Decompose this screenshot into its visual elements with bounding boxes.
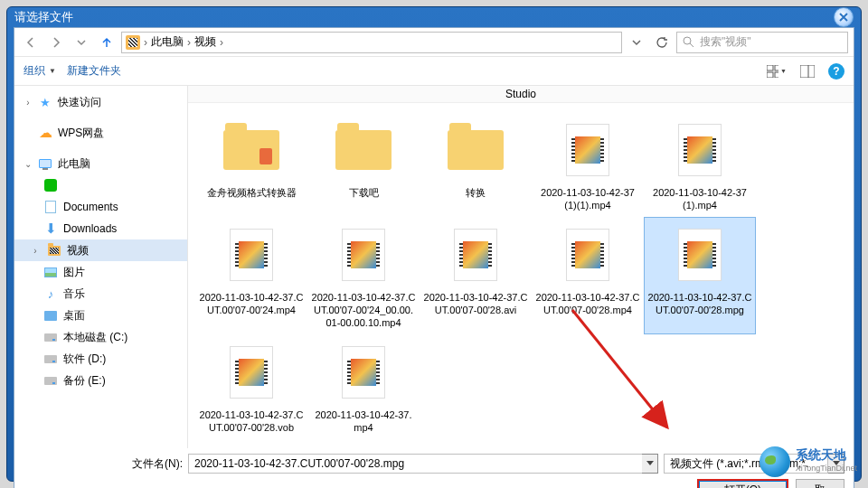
svg-rect-1 (767, 65, 773, 70)
sidebar-quick-access[interactable]: ›★快速访问 (14, 91, 187, 113)
file-label: 2020-11-03-10-42-37.CUT.00'07-00'28.mp4 (535, 291, 640, 316)
file-grid: 金舟视频格式转换器下载吧转换2020-11-03-10-42-37(1)(1).… (188, 103, 854, 448)
view-icon (767, 65, 778, 78)
search-placeholder: 搜索"视频" (700, 34, 751, 50)
forward-button[interactable] (45, 32, 67, 53)
back-button[interactable] (20, 32, 42, 53)
filetype-filter[interactable]: 视频文件 (*.avi;*.rmvb;*.rm;*. (664, 454, 828, 474)
sidebar-wechat[interactable] (14, 174, 187, 196)
preview-pane-button[interactable] (797, 61, 817, 81)
file-item[interactable]: 2020-11-03-10-42-37.CUT.00'07-00'24_00.0… (307, 217, 420, 334)
sidebar-drive-e[interactable]: 备份 (E:) (14, 370, 187, 391)
sidebar-downloads[interactable]: ⬇Downloads (14, 218, 187, 239)
sidebar-this-pc[interactable]: ⌄此电脑 (14, 153, 187, 174)
sidebar-pictures[interactable]: 图片 (14, 261, 187, 283)
file-label: 2020-11-03-10-42-37.CUT.00'07-00'28.mpg (647, 291, 752, 316)
sidebar-drive-d[interactable]: 软件 (D:) (14, 348, 187, 370)
file-item[interactable]: 2020-11-03-10-42-37(1)(1).mp4 (532, 112, 644, 217)
picture-icon (44, 267, 57, 277)
sidebar-videos[interactable]: ›视频 (14, 239, 187, 261)
breadcrumb-thispc[interactable]: 此电脑 (151, 34, 184, 50)
file-item[interactable]: 转换 (420, 112, 532, 217)
music-icon: ♪ (43, 286, 58, 301)
open-button[interactable]: 打开(O) (697, 479, 788, 488)
chevron-down-icon: ▼ (49, 67, 56, 75)
recent-dropdown[interactable] (71, 32, 92, 53)
view-options-button[interactable]: ▼ (767, 61, 787, 81)
svg-rect-3 (767, 72, 773, 78)
video-folder-icon (126, 35, 140, 50)
file-label: 金舟视频格式转换器 (207, 186, 297, 199)
filename-input[interactable] (188, 454, 642, 474)
arrow-left-icon (24, 36, 37, 49)
sidebar-wps[interactable]: ☁WPS网盘 (14, 122, 187, 144)
file-label: 2020-11-03-10-42-37.mp4 (311, 408, 416, 434)
download-icon: ⬇ (43, 221, 58, 236)
dialog-body: › 此电脑 › 视频 › 搜索"视频" 组织▼ 新建文件夹 ▼ ? ›★快速访问 (14, 27, 854, 488)
organize-button[interactable]: 组织▼ (24, 63, 56, 79)
chevron-down-icon (646, 461, 654, 466)
arrow-right-icon (50, 36, 62, 49)
drive-icon (44, 355, 57, 363)
video-file-icon (230, 346, 273, 399)
file-label: 2020-11-03-10-42-37(1)(1).mp4 (535, 186, 640, 211)
arrow-up-icon (100, 36, 113, 49)
chevron-down-icon (77, 38, 86, 47)
file-item[interactable]: 2020-11-03-10-42-37.CUT.00'07-00'24.mp4 (195, 217, 307, 334)
file-item[interactable]: 金舟视频格式转换器 (195, 112, 307, 217)
folder-icon (335, 130, 392, 170)
file-item[interactable]: 2020-11-03-10-42-37.CUT.00'07-00'28.avi (420, 217, 532, 334)
video-file-icon (566, 124, 609, 176)
breadcrumb-videos[interactable]: 视频 (194, 34, 216, 50)
search-box[interactable]: 搜索"视频" (676, 32, 848, 53)
close-icon (839, 13, 848, 22)
file-item[interactable]: 2020-11-03-10-42-37(1).mp4 (644, 112, 756, 217)
video-file-icon (342, 346, 385, 399)
svg-point-0 (684, 37, 691, 44)
file-label: 下载吧 (349, 186, 379, 199)
breadcrumb[interactable]: › 此电脑 › 视频 › (121, 32, 622, 53)
file-item[interactable]: 下载吧 (307, 112, 420, 217)
pc-icon (39, 159, 52, 168)
window-title: 请选择文件 (14, 9, 834, 25)
new-folder-button[interactable]: 新建文件夹 (67, 63, 121, 79)
filetype-dropdown[interactable] (828, 454, 844, 474)
chevron-right-icon: › (144, 36, 147, 49)
document-icon (45, 201, 56, 213)
search-icon (683, 36, 694, 48)
wechat-icon (44, 179, 57, 192)
file-item[interactable]: 2020-11-03-10-42-37.mp4 (307, 334, 420, 439)
video-folder-icon (48, 246, 61, 256)
preview-icon (800, 65, 815, 78)
sidebar-music[interactable]: ♪音乐 (14, 283, 187, 305)
chevron-down-icon (632, 38, 641, 47)
file-label: 2020-11-03-10-42-37.CUT.00'07-00'28.vob (199, 408, 304, 434)
refresh-icon (656, 36, 668, 49)
svg-rect-4 (775, 72, 778, 78)
filename-dropdown[interactable] (642, 454, 658, 474)
svg-rect-2 (775, 65, 778, 70)
file-item[interactable]: 2020-11-03-10-42-37.CUT.00'07-00'28.vob (195, 334, 307, 439)
close-button[interactable] (834, 7, 854, 27)
sidebar-drive-c[interactable]: 本地磁盘 (C:) (14, 326, 187, 348)
chevron-right-icon: › (29, 246, 42, 256)
drive-icon (44, 377, 57, 385)
file-label: 2020-11-03-10-42-37.CUT.00'07-00'24_00.0… (311, 291, 416, 329)
file-item[interactable]: 2020-11-03-10-42-37.CUT.00'07-00'28.mp4 (532, 217, 644, 334)
chevron-right-icon: › (220, 36, 223, 49)
nav-sidebar: ›★快速访问 ☁WPS网盘 ⌄此电脑 Documents ⬇Downloads … (14, 86, 188, 448)
file-content: Studio 金舟视频格式转换器下载吧转换2020-11-03-10-42-37… (188, 86, 854, 448)
up-button[interactable] (96, 32, 118, 53)
file-label: 转换 (466, 186, 486, 199)
navbar: › 此电脑 › 视频 › 搜索"视频" (14, 28, 854, 57)
drive-icon (44, 333, 57, 342)
sidebar-desktop[interactable]: 桌面 (14, 305, 187, 326)
breadcrumb-dropdown[interactable] (626, 32, 647, 53)
sidebar-documents[interactable]: Documents (14, 196, 187, 218)
star-icon: ★ (38, 95, 52, 109)
file-item[interactable]: 2020-11-03-10-42-37.CUT.00'07-00'28.mpg (644, 217, 756, 334)
refresh-button[interactable] (651, 32, 673, 53)
cancel-button[interactable]: 取 (796, 479, 844, 488)
help-button[interactable]: ? (828, 63, 844, 80)
video-file-icon (678, 229, 722, 281)
